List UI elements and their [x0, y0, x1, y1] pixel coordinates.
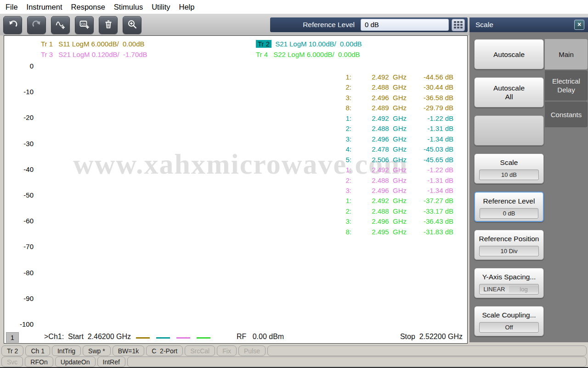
y-tick-label: -80: [5, 269, 34, 277]
legend-trace-id: Tr 4: [256, 51, 268, 58]
marker-row: 1:2.492 GHz-1.22 dB: [339, 165, 453, 175]
redo-button[interactable]: [27, 16, 46, 34]
marker-number: 4:: [339, 144, 351, 154]
menu-item-help[interactable]: Help: [179, 3, 194, 11]
delete-button[interactable]: [99, 16, 118, 34]
menu-bar: FileInstrumentResponseStimulusUtilityHel…: [0, 0, 588, 14]
marker-number: 5:: [339, 155, 351, 165]
tab-constants[interactable]: Constants: [545, 102, 588, 127]
softkey-reference-level[interactable]: Reference Level0 dB: [474, 192, 544, 222]
marker-frequency: 2.496 GHz: [355, 93, 407, 103]
marker-frequency: 2.488 GHz: [355, 176, 407, 186]
status-c-2-port[interactable]: C 2-Port: [146, 345, 183, 356]
menu-item-response[interactable]: Response: [71, 3, 105, 11]
marker-value: -1.34 dB: [412, 186, 453, 196]
softkey-autoscale[interactable]: Autoscale: [474, 39, 544, 69]
status-tr-2[interactable]: Tr 2: [1, 345, 23, 356]
legend-tr1[interactable]: Tr 1S11 LogM 6.000dB/ 0.00dB: [41, 39, 145, 48]
marker-number: 3:: [339, 134, 351, 144]
status-updateon[interactable]: UpdateOn: [55, 357, 96, 367]
marker-value: -1.22 dB: [412, 113, 453, 124]
y-tick-label: 0: [5, 62, 34, 70]
marker-frequency: 2.492 GHz: [355, 113, 407, 124]
marker-frequency: 2.488 GHz: [355, 82, 407, 92]
menu-item-instrument[interactable]: Instrument: [27, 3, 62, 11]
marker-number: 1:: [339, 72, 351, 82]
y-tick-label: -60: [5, 217, 34, 225]
legend-trace-format: S22 LogM 6.000dB/ 0.00dB: [273, 51, 360, 58]
y-tick-label: -100: [5, 320, 34, 328]
keypad-icon[interactable]: [452, 19, 465, 31]
toggle-option-linear[interactable]: LINEAR: [480, 286, 509, 293]
legend-trace-format: S21 LogM 10.00dB/ 0.00dB: [275, 40, 362, 48]
y-tick-label: -90: [5, 294, 34, 303]
marker-number: 1:: [339, 165, 351, 175]
status-srccal[interactable]: SrcCal: [185, 345, 215, 356]
status-pulse[interactable]: Pulse: [238, 345, 266, 356]
undo-button[interactable]: [3, 16, 22, 34]
delete-icon: [103, 19, 114, 32]
status-rfon[interactable]: RFOn: [25, 357, 53, 367]
marker-number: 8:: [339, 227, 351, 237]
legend-tr2[interactable]: Tr 2S21 LogM 10.00dB/ 0.00dB: [256, 39, 362, 48]
marker-frequency: 2.506 GHz: [355, 155, 407, 165]
marker-row: 3:2.496 GHz-36.58 dB: [339, 93, 453, 103]
scale-panel: Scale × AutoscaleAutoscale AllScale10 dB…: [469, 17, 588, 342]
tab-main[interactable]: Main: [545, 39, 588, 69]
softkey-scale[interactable]: Scale10 dB: [474, 153, 544, 184]
tab-electrical-delay[interactable]: Electrical Delay: [545, 70, 588, 101]
zoom-button[interactable]: [123, 16, 141, 34]
legend-tr3[interactable]: Tr 3S21 LogM 0.120dB/ -1.70dB: [41, 50, 147, 59]
softkey-toggle: LINEARlog: [479, 284, 539, 294]
marker-row: 2:2.488 GHz-1.31 dB: [339, 124, 453, 134]
marker-row: 8:2.495 GHz-31.83 dB: [339, 227, 453, 237]
marker-number: 2:: [339, 124, 351, 134]
close-icon[interactable]: ×: [574, 20, 584, 30]
trace-dash-tr4: [197, 337, 210, 339]
softkey-label: Autoscale: [475, 50, 543, 59]
status-fix[interactable]: Fix: [217, 345, 237, 356]
status-swp-[interactable]: Swp *: [83, 345, 111, 356]
status-inttrig[interactable]: IntTrig: [52, 345, 81, 356]
add-trace-button[interactable]: [51, 16, 70, 34]
marker-row: 1:2.492 GHz-44.56 dB: [339, 72, 453, 82]
status-bw-1k[interactable]: BW=1k: [113, 345, 145, 356]
marker-row: 3:2.496 GHz-1.34 dB: [339, 186, 453, 196]
softkey-label: Y-Axis Spacing...: [475, 272, 543, 281]
softkey-y-axis-spacing[interactable]: Y-Axis Spacing...LINEARlog: [474, 268, 544, 298]
status-ch-1[interactable]: Ch 1: [25, 345, 50, 356]
add-channel-button[interactable]: Ch: [75, 16, 94, 34]
status-svc[interactable]: Svc: [1, 357, 23, 367]
marker-value: -37.27 dB: [412, 196, 453, 206]
y-tick-label: -70: [5, 243, 34, 251]
marker-value: -33.17 dB: [412, 206, 453, 216]
status-blank[interactable]: [267, 345, 587, 356]
softkey-blank[interactable]: [474, 115, 544, 146]
softkey-reference-position[interactable]: Reference Position10 Div: [474, 230, 544, 260]
legend-trace-id: Tr 1: [41, 40, 53, 48]
softkey-label: Reference Level: [475, 197, 543, 205]
reference-level-input[interactable]: 0 dB: [361, 19, 449, 31]
softkey-scale-coupling[interactable]: Scale Coupling...Off: [474, 306, 544, 336]
status-blank[interactable]: [127, 357, 587, 367]
trace-dash-tr1: [136, 337, 150, 339]
marker-number: 8:: [339, 103, 351, 113]
toggle-option-log[interactable]: log: [509, 286, 538, 293]
softkey-autoscale-all[interactable]: Autoscale All: [474, 77, 544, 108]
softkey-value: 10 dB: [479, 170, 539, 180]
marker-frequency: 2.488 GHz: [355, 124, 407, 134]
marker-frequency: 2.496 GHz: [355, 134, 407, 144]
legend-tr4[interactable]: Tr 4S22 LogM 6.000dB/ 0.00dB: [256, 50, 360, 59]
add-channel-icon: Ch: [79, 19, 90, 32]
marker-frequency: 2.496 GHz: [355, 186, 407, 196]
menu-item-stimulus[interactable]: Stimulus: [114, 3, 143, 11]
undo-icon: [7, 19, 18, 32]
menu-item-utility[interactable]: Utility: [152, 3, 170, 11]
marker-value: -30.44 dB: [412, 82, 453, 92]
menu-item-file[interactable]: File: [6, 3, 18, 11]
marker-value: -1.31 dB: [412, 124, 453, 134]
marker-value: -36.58 dB: [412, 93, 453, 103]
channel-badge[interactable]: 1: [6, 332, 19, 343]
status-intref[interactable]: IntRef: [97, 357, 125, 367]
marker-row: 5:2.506 GHz-45.65 dB: [339, 155, 453, 165]
